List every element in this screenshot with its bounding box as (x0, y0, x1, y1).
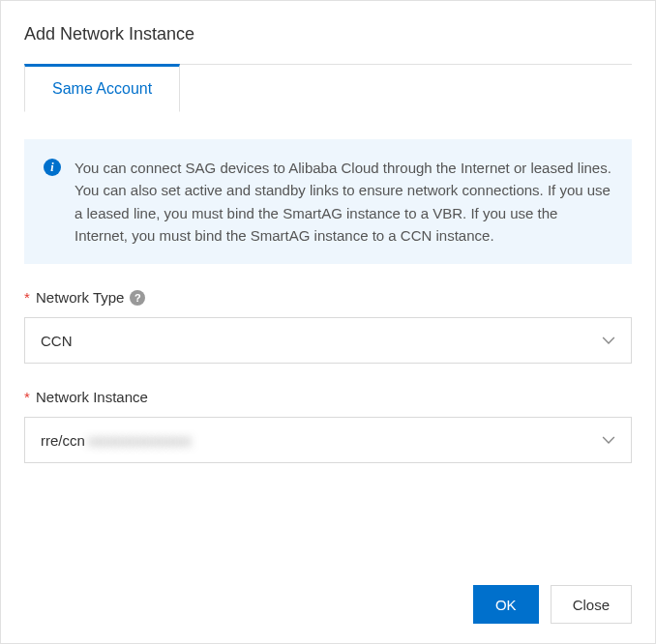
add-network-instance-dialog: Add Network Instance Same Account i You … (0, 0, 656, 644)
network-instance-label: * Network Instance (24, 389, 632, 405)
info-box: i You can connect SAG devices to Alibaba… (24, 139, 632, 264)
network-type-group: * Network Type ? CCN (24, 289, 632, 364)
network-instance-value: rre/ccn-xxxxxxxxxxxxxx (41, 432, 192, 449)
network-type-select[interactable]: CCN (24, 317, 632, 364)
chevron-down-icon (602, 334, 615, 347)
tab-same-account[interactable]: Same Account (24, 64, 180, 112)
ok-button[interactable]: OK (473, 585, 539, 624)
info-text: You can connect SAG devices to Alibaba C… (75, 157, 612, 247)
dialog-title: Add Network Instance (24, 24, 632, 44)
required-asterisk: * (24, 389, 30, 405)
help-icon[interactable]: ? (130, 290, 145, 306)
chevron-down-icon (602, 433, 615, 447)
network-type-label: * Network Type ? (24, 289, 632, 306)
network-instance-select[interactable]: rre/ccn-xxxxxxxxxxxxxx (24, 417, 632, 463)
info-icon: i (44, 159, 61, 176)
required-asterisk: * (24, 289, 30, 306)
close-button[interactable]: Close (551, 585, 632, 624)
tabs: Same Account (24, 64, 632, 112)
network-type-value: CCN (41, 333, 73, 349)
network-instance-group: * Network Instance rre/ccn-xxxxxxxxxxxxx… (24, 389, 632, 463)
network-instance-label-text: Network Instance (36, 389, 148, 405)
network-type-label-text: Network Type (36, 289, 124, 306)
dialog-footer: OK Close (473, 585, 632, 624)
